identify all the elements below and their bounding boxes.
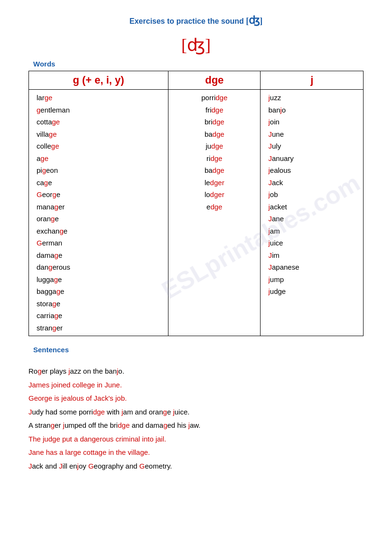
sentence-3: George is jealous of Jack's job. [28,392,364,405]
sentence-1: Roger plays jazz on the banjo. [28,365,364,378]
sentence-8: Jack and Jill enjoy Geography and Geomet… [28,460,364,473]
list-item: July [268,140,355,152]
col3-cell: juzz banjo join June July January jealou… [261,90,364,336]
list-item: orange [37,213,160,225]
list-item: judge [176,140,252,152]
list-item: exchange [37,225,160,237]
page-title: Exercises to practice the sound [ʤ] [28,14,364,27]
list-item: jacket [268,201,355,213]
list-item: jealous [268,164,355,177]
list-item: jam [268,225,355,237]
list-item: porridge [176,92,252,104]
list-item: stranger [37,322,160,334]
list-item: January [268,152,355,165]
list-item: judge [268,285,355,298]
list-item: Jack [268,177,355,189]
list-item: pigeon [37,164,160,177]
list-item: juzz [268,92,355,104]
list-item: badge [176,128,252,141]
list-item: lodger [176,188,252,201]
list-item: cottage [37,116,160,128]
col1-header: g (+ e, i, y) [29,71,168,90]
list-item: banjo [268,104,355,116]
list-item: dangerous [37,261,160,273]
list-item: storage [37,298,160,310]
list-item: Japanese [268,261,355,273]
list-item: June [268,128,355,141]
list-item: bridge [176,116,252,128]
col2-cell: porridge fridge bridge badge judge ridge… [168,90,261,336]
col3-header: j [261,71,364,90]
words-section-label: Words [33,60,364,68]
list-item: village [37,128,160,141]
list-item: join [268,116,355,128]
list-item: baggage [37,285,160,298]
list-item: manager [37,201,160,213]
main-phonetic-symbol: [ʤ] [28,35,364,55]
list-item: age [37,152,160,165]
list-item: job [268,188,355,201]
sentence-4: Judy had some porridge with jam and oran… [28,405,364,419]
list-item: luggage [37,273,160,286]
list-item: carriage [37,310,160,322]
list-item: damage [37,249,160,262]
sentences-label: Sentences [33,346,364,354]
list-item: jump [268,273,355,286]
col1-cell: large gentleman cottage village college … [29,90,168,336]
list-item: Jane [268,213,355,225]
sentences-section: Sentences Roger plays jazz on the banjo.… [28,346,364,473]
sentence-6: The judge put a dangerous criminal into … [28,433,364,446]
list-item: cage [37,177,160,189]
list-item: large [37,92,160,104]
sentence-2: James joined college in June. [28,378,364,392]
col2-header: dge [168,71,261,90]
words-table: g (+ e, i, y) dge j large gentleman cott… [28,71,364,336]
list-item: edge [176,201,252,213]
list-item: German [37,237,160,249]
list-item: Jim [268,249,355,262]
list-item: gentleman [37,104,160,116]
list-item: juice [268,237,355,249]
sentence-7: Jane has a large cottage in the village. [28,446,364,460]
list-item: badge [176,164,252,177]
table-row: large gentleman cottage village college … [29,90,364,336]
list-item: George [37,188,160,201]
sentence-5: A stranger jumped off the bridge and dam… [28,419,364,433]
title-text: Exercises to practice the sound [130,17,244,25]
list-item: ledger [176,177,252,189]
title-phonetic: [ʤ] [246,16,262,26]
list-item: fridge [176,104,252,116]
list-item: college [37,140,160,152]
list-item: ridge [176,152,252,165]
